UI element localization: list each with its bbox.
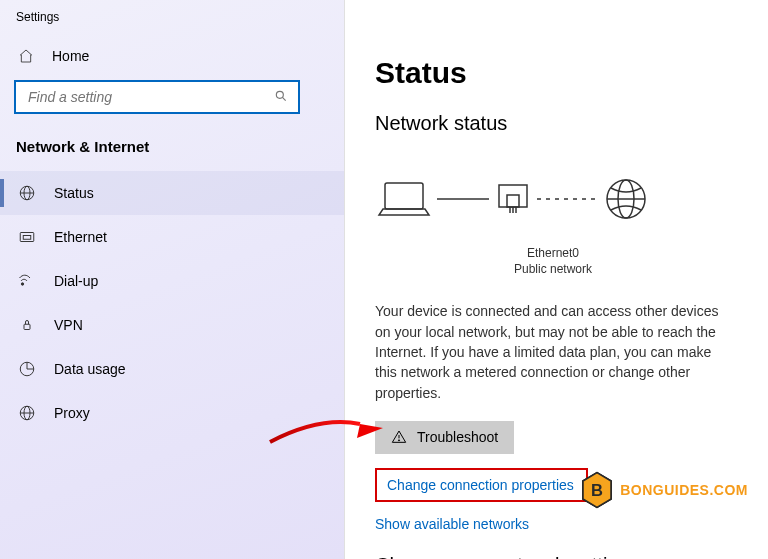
- nav-home-label: Home: [52, 48, 89, 64]
- svg-point-7: [21, 283, 23, 285]
- svg-point-0: [276, 91, 283, 98]
- warning-icon: [391, 429, 407, 445]
- sidebar-item-label: Dial-up: [54, 273, 98, 289]
- svg-line-1: [282, 97, 285, 100]
- svg-rect-16: [507, 195, 519, 207]
- window-title: Settings: [0, 6, 344, 38]
- network-diagram: [375, 159, 734, 239]
- sidebar-item-ethernet[interactable]: Ethernet: [0, 215, 344, 259]
- search-input-box[interactable]: [14, 80, 300, 114]
- proxy-icon: [18, 404, 36, 422]
- vpn-icon: [18, 316, 36, 334]
- troubleshoot-label: Troubleshoot: [417, 429, 498, 445]
- sidebar-item-label: Proxy: [54, 405, 90, 421]
- sidebar-item-dialup[interactable]: Dial-up: [0, 259, 344, 303]
- link-show-available-networks[interactable]: Show available networks: [375, 516, 529, 532]
- home-icon: [18, 48, 34, 64]
- search-container: [0, 74, 344, 132]
- svg-rect-5: [20, 233, 34, 242]
- globe-icon: [603, 176, 649, 222]
- laptop-icon: [375, 177, 433, 221]
- svg-rect-13: [385, 183, 423, 209]
- status-description: Your device is connected and can access …: [375, 301, 734, 402]
- main-content: Status Network status Ethernet0 Public n…: [345, 0, 768, 559]
- sidebar-category-title: Network & Internet: [0, 132, 344, 171]
- dialup-icon: [18, 272, 36, 290]
- page-title: Status: [375, 56, 734, 90]
- sidebar-item-label: Data usage: [54, 361, 126, 377]
- adapter-icon: [493, 177, 533, 221]
- ethernet-icon: [18, 228, 36, 246]
- search-input[interactable]: [26, 88, 274, 106]
- link-change-connection-properties[interactable]: Change connection properties: [375, 468, 588, 502]
- svg-point-25: [398, 440, 399, 441]
- sidebar-item-vpn[interactable]: VPN: [0, 303, 344, 347]
- svg-rect-15: [499, 185, 527, 207]
- svg-rect-6: [23, 236, 31, 240]
- svg-rect-8: [24, 324, 30, 329]
- connector-solid-icon: [433, 177, 493, 221]
- sidebar-item-label: VPN: [54, 317, 83, 333]
- search-icon: [274, 89, 288, 106]
- adapter-labels: Ethernet0 Public network: [493, 245, 613, 277]
- sidebar-item-label: Ethernet: [54, 229, 107, 245]
- connector-dashed-icon: [533, 177, 603, 221]
- troubleshoot-button[interactable]: Troubleshoot: [375, 421, 514, 454]
- data-usage-icon: [18, 360, 36, 378]
- change-settings-heading: Change your network settings: [375, 554, 734, 559]
- section-title: Network status: [375, 112, 734, 135]
- sidebar-item-proxy[interactable]: Proxy: [0, 391, 344, 435]
- adapter-name: Ethernet0: [493, 245, 613, 261]
- sidebar-item-data-usage[interactable]: Data usage: [0, 347, 344, 391]
- sidebar-item-label: Status: [54, 185, 94, 201]
- status-icon: [18, 184, 36, 202]
- nav-home[interactable]: Home: [0, 38, 344, 74]
- sidebar-item-status[interactable]: Status: [0, 171, 344, 215]
- settings-sidebar: Settings Home Network & Internet Status …: [0, 0, 345, 559]
- adapter-profile: Public network: [493, 261, 613, 277]
